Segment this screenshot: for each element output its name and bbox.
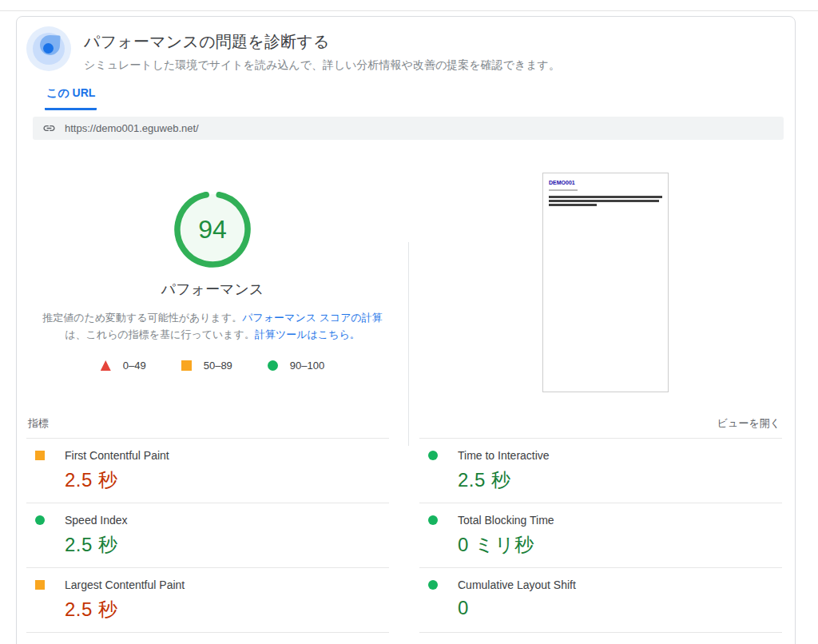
analyzed-url-bar: https://demo001.eguweb.net/	[33, 117, 784, 140]
metrics-grid: First Contentful Paint 2.5 秒 Time to Int…	[26, 438, 782, 633]
note-text-1: 推定値のため変動する可能性があります。	[42, 312, 242, 324]
metric-value: 2.5 秒	[458, 467, 782, 493]
metric-cumulative-layout-shift: Cumulative Layout Shift 0	[419, 567, 782, 633]
page-subtitle: シミュレートした環境でサイトを読み込んで、詳しい分析情報や改善の提案を確認できま…	[84, 58, 560, 73]
diagnose-card: パフォーマンスの問題を診断する シミュレートした環境でサイトを読み込んで、詳しい…	[16, 16, 796, 644]
metric-status-icon	[428, 515, 438, 525]
open-view-toggle[interactable]: ビューを開く	[717, 416, 780, 431]
metric-label: Time to Interactive	[458, 449, 550, 462]
page-title: パフォーマンスの問題を診断する	[84, 31, 560, 53]
page-screenshot-thumbnail[interactable]: DEMO001	[542, 173, 669, 392]
legend-pass-range: 90–100	[290, 360, 324, 372]
score-explanation: 推定値のため変動する可能性があります。パフォーマンス スコアの計算は、これらの指…	[35, 309, 390, 343]
link-icon	[42, 121, 56, 135]
page-top-divider	[0, 10, 818, 11]
metric-first-contentful-paint: First Contentful Paint 2.5 秒	[26, 438, 389, 503]
tab-bar: この URL	[45, 85, 795, 110]
thumbnail-site-heading: DEMO001	[549, 180, 662, 185]
pagespeed-gauge-icon	[26, 26, 71, 71]
metric-time-to-interactive: Time to Interactive 2.5 秒	[419, 438, 782, 503]
metric-label: First Contentful Paint	[65, 449, 169, 462]
thumbnail-paragraph	[549, 196, 662, 206]
metric-value: 0 ミリ秒	[458, 532, 782, 558]
metric-status-icon	[35, 515, 45, 525]
metric-value: 0	[458, 597, 782, 619]
average-square-icon	[181, 360, 192, 371]
metric-label: Total Blocking Time	[458, 514, 554, 527]
legend-fail: 0–49	[101, 360, 146, 372]
legend-fail-range: 0–49	[123, 360, 146, 372]
performance-label: パフォーマンス	[17, 280, 408, 299]
fail-triangle-icon	[101, 360, 111, 371]
metric-label: Speed Index	[65, 514, 128, 527]
pass-circle-icon	[268, 360, 278, 371]
metric-value: 2.5 秒	[65, 467, 389, 493]
card-header: パフォーマンスの問題を診断する シミュレートした環境でサイトを読み込んで、詳しい…	[17, 17, 795, 73]
legend-pass: 90–100	[268, 360, 324, 372]
score-calc-link[interactable]: パフォーマンス スコアの計算	[242, 312, 383, 324]
metric-label: Cumulative Layout Shift	[458, 578, 576, 591]
metric-label: Largest Contentful Paint	[65, 578, 185, 591]
analyzed-url: https://demo001.eguweb.net/	[65, 122, 199, 134]
metric-status-icon	[428, 580, 438, 590]
note-text-2: は、これらの指標を基に行っています。	[65, 328, 255, 340]
metric-largest-contentful-paint: Largest Contentful Paint 2.5 秒	[26, 567, 389, 633]
metric-value: 2.5 秒	[65, 532, 389, 558]
tab-this-url[interactable]: この URL	[45, 86, 97, 110]
legend-average: 50–89	[181, 360, 232, 372]
metrics-section: 指標 ビューを開く First Contentful Paint 2.5 秒 T…	[26, 416, 782, 633]
calc-tool-link[interactable]: 計算ツールはこちら。	[255, 328, 360, 340]
metric-speed-index: Speed Index 2.5 秒	[26, 503, 389, 567]
score-section: 94 パフォーマンス 推定値のため変動する可能性があります。パフォーマンス スコ…	[17, 140, 795, 410]
metric-total-blocking-time: Total Blocking Time 0 ミリ秒	[419, 503, 782, 567]
performance-score-value: 94	[173, 189, 252, 269]
score-range-legend: 0–49 50–89 90–100	[17, 360, 408, 372]
metrics-title: 指標	[28, 416, 49, 431]
metric-value: 2.5 秒	[65, 597, 389, 622]
performance-score-gauge: 94	[173, 189, 252, 269]
metric-status-icon	[35, 580, 45, 590]
thumbnail-subtext-line	[549, 189, 578, 191]
metric-status-icon	[428, 451, 438, 460]
vertical-divider	[408, 242, 409, 446]
legend-average-range: 50–89	[204, 360, 232, 372]
metric-status-icon	[35, 451, 45, 460]
